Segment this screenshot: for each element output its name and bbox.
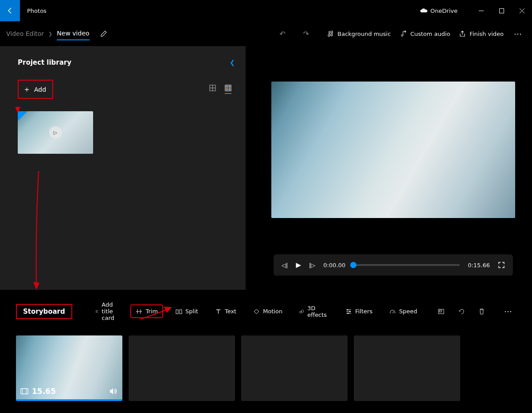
player-controls: ◁| ▶ |▷ 0:00.00 0:15.66 (274, 254, 513, 276)
3d-effects-button[interactable]: 3D effects (295, 302, 333, 321)
clip-duration: 15.65 (32, 387, 56, 396)
edit-name-button[interactable] (100, 30, 107, 37)
svg-rect-18 (176, 310, 178, 314)
library-title: Project library (18, 58, 71, 66)
main-area: Project library ❮ ＋ Add ▷ ◁| (0, 46, 532, 290)
play-overlay-icon: ▷ (49, 126, 62, 139)
view-small-grid-button[interactable] (225, 85, 231, 94)
prev-frame-button[interactable]: ◁| (282, 262, 288, 269)
plus-icon: ＋ (23, 84, 31, 94)
selected-corner-icon (18, 111, 27, 121)
finish-video-label: Finish video (469, 31, 504, 37)
view-large-grid-button[interactable] (209, 85, 216, 94)
svg-rect-7 (225, 85, 231, 91)
more-options-button[interactable]: ⋯ (511, 29, 526, 39)
storyboard-empty-slot[interactable] (129, 335, 235, 401)
storyboard-title: Storyboard (16, 304, 72, 319)
breadcrumb: Video Editor ❯ New video (6, 27, 107, 40)
add-title-card-label: Add title card (102, 301, 118, 321)
seek-handle[interactable] (350, 262, 356, 268)
chevron-right-icon: ❯ (48, 31, 52, 37)
split-label: Split (185, 308, 198, 315)
svg-rect-1 (499, 8, 504, 13)
svg-point-26 (349, 311, 351, 312)
background-music-button[interactable]: Background music (322, 27, 395, 40)
storyboard-empty-slot[interactable] (241, 335, 348, 401)
speed-button[interactable]: Speed (385, 305, 422, 317)
close-button[interactable] (512, 0, 532, 21)
svg-rect-30 (439, 310, 442, 312)
storyboard-panel: Storyboard Add title card Trim Split Tex… (0, 290, 532, 401)
music-icon (327, 30, 334, 37)
custom-audio-button[interactable]: Custom audio (395, 27, 454, 40)
video-preview[interactable] (271, 82, 515, 218)
svg-point-21 (301, 310, 304, 312)
undo-button[interactable]: ↶ (279, 30, 285, 38)
delete-button[interactable] (478, 308, 485, 315)
title-bar: Photos OneDrive (0, 0, 532, 21)
window-controls (471, 0, 532, 21)
svg-point-25 (347, 309, 348, 310)
split-button[interactable]: Split (171, 305, 203, 317)
library-video-thumbnail[interactable]: ▷ (18, 111, 93, 154)
split-icon (176, 308, 182, 315)
aspect-ratio-button[interactable] (438, 308, 445, 315)
back-button[interactable] (0, 0, 20, 21)
finish-video-button[interactable]: Finish video (454, 27, 508, 40)
svg-rect-12 (96, 310, 98, 312)
motion-icon (253, 308, 260, 315)
export-icon (459, 30, 466, 37)
add-label: Add (34, 86, 46, 93)
text-label: Text (225, 308, 236, 315)
storyboard-clip[interactable]: 15.65 (16, 335, 122, 401)
svg-point-2 (401, 35, 403, 36)
play-button[interactable]: ▶ (296, 261, 301, 269)
motion-button[interactable]: Motion (249, 305, 287, 317)
breadcrumb-project[interactable]: New video (57, 30, 89, 40)
onedrive-button[interactable]: OneDrive (420, 8, 458, 14)
add-media-button[interactable]: ＋ Add (18, 80, 53, 99)
audio-icon (399, 30, 407, 37)
storyboard-empty-slot[interactable] (354, 335, 460, 401)
app-title: Photos (27, 8, 47, 14)
storyboard-clips: 15.65 (16, 335, 516, 401)
trim-icon (136, 308, 142, 315)
clip-volume-icon[interactable] (109, 387, 118, 395)
speed-label: Speed (399, 308, 417, 315)
minimize-button[interactable] (471, 0, 491, 21)
text-button[interactable]: Text (211, 305, 241, 317)
speed-icon (389, 308, 396, 315)
svg-rect-31 (21, 389, 28, 394)
custom-audio-label: Custom audio (410, 31, 450, 37)
breadcrumb-root[interactable]: Video Editor (6, 30, 44, 37)
effects-3d-icon (299, 308, 304, 315)
filters-label: Filters (355, 308, 372, 315)
redo-button[interactable]: ↷ (303, 30, 309, 38)
total-time: 0:15.66 (468, 262, 490, 269)
duration-icon (20, 388, 28, 395)
motion-label: Motion (263, 308, 282, 315)
3d-effects-label: 3D effects (307, 305, 329, 318)
next-frame-button[interactable]: |▷ (309, 262, 315, 269)
project-library-panel: Project library ❮ ＋ Add ▷ (0, 46, 246, 290)
onedrive-label: OneDrive (430, 8, 458, 14)
svg-rect-19 (180, 310, 182, 314)
filters-icon (345, 308, 352, 315)
text-icon (215, 308, 222, 315)
filters-button[interactable]: Filters (341, 305, 377, 317)
trim-label: Trim (145, 308, 158, 315)
rotate-button[interactable] (458, 308, 465, 315)
fullscreen-button[interactable] (498, 261, 505, 269)
svg-line-28 (393, 312, 394, 313)
collapse-library-button[interactable]: ❮ (230, 59, 235, 66)
cloud-icon (420, 8, 428, 13)
preview-panel: ◁| ▶ |▷ 0:00.00 0:15.66 (246, 46, 532, 290)
editor-toolbar: Video Editor ❯ New video ↶ ↷ Background … (0, 21, 532, 46)
seek-track[interactable] (353, 264, 460, 266)
add-title-card-button[interactable]: Add title card (91, 299, 122, 324)
svg-point-20 (300, 311, 301, 313)
trim-button[interactable]: Trim (130, 304, 163, 318)
maximize-button[interactable] (491, 0, 512, 21)
svg-point-27 (348, 312, 349, 314)
storyboard-more-button[interactable]: ⋯ (501, 307, 516, 316)
